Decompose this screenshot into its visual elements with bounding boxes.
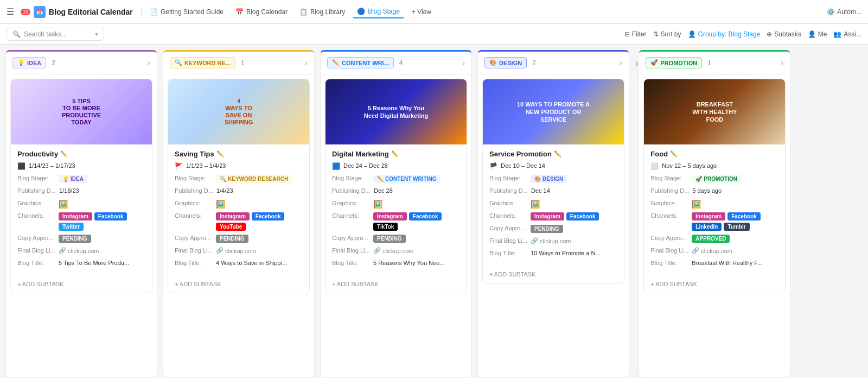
link-icon: 🔗 [216, 247, 224, 254]
col-chevron-icon[interactable]: › [148, 58, 150, 68]
channel-tag[interactable]: TikTok [373, 223, 398, 231]
channel-tag[interactable]: Instagram [692, 212, 725, 220]
edit-icon[interactable]: ✏️ [60, 150, 68, 158]
flag-icon: ⬛ [17, 162, 25, 170]
group-by-button[interactable]: 👤 Group by: Blog Stage [688, 30, 761, 38]
expand-chevron-icon[interactable]: › [635, 56, 639, 71]
card-stage-row: Blog Stage:🚀PROMOTION [650, 175, 778, 185]
channel-tag[interactable]: Twitter [59, 223, 84, 231]
filter-button[interactable]: ⊟ Filter [624, 30, 647, 38]
card-saving-tips[interactable]: 4 WAYS TO SAVE ON SHIPPINGSaving Tips✏️🚩… [168, 79, 310, 293]
card-productivity[interactable]: 5 TIPS TO BE MORE PRODUCTIVE TODAYProduc… [10, 79, 152, 293]
channel-tag[interactable]: Facebook [727, 212, 761, 220]
nav-blog-library[interactable]: 📋 Blog Library [295, 6, 349, 18]
card-date-row: 🚩1/1/23 – 1/4/23 [175, 162, 303, 172]
filter-icon: ⊟ [624, 30, 630, 38]
card-stage-row: Blog Stage:💡IDEA [17, 175, 145, 185]
channel-tag[interactable]: Instagram [59, 212, 92, 220]
card-stage-badge: ✏️CONTENT WRITING [373, 175, 440, 183]
copy-status-tag[interactable]: PENDING [531, 225, 563, 233]
card-publishing-value: Dec 14 [531, 187, 617, 194]
card-digital-marketing[interactable]: 5 Reasons Why You Need Digital Marketing… [325, 79, 467, 293]
card-date: 1/1/23 – 1/4/23 [186, 162, 303, 169]
app-title: Blog Editorial Calendar [49, 8, 133, 16]
automate-button[interactable]: ⚙️ Autom... [827, 8, 861, 16]
col-chevron-icon[interactable]: › [781, 58, 783, 68]
hamburger-icon[interactable]: ☰ [7, 7, 14, 17]
add-subtask-button[interactable]: + ADD SUBTASK [644, 278, 785, 293]
card-service-promotion[interactable]: 10 WAYS TO PROMOTE A NEW PRODUCT OR SERV… [482, 79, 624, 284]
group-icon: 👤 [688, 30, 696, 38]
edit-icon[interactable]: ✏️ [391, 150, 399, 158]
channel-tag[interactable]: YouTube [216, 223, 246, 231]
copy-status-tag[interactable]: PENDING [216, 235, 248, 243]
channel-tag[interactable]: Tumblr [724, 223, 749, 231]
stage-emoji-icon: 💡 [17, 59, 25, 66]
channel-tag[interactable]: Facebook [252, 212, 285, 220]
col-chevron-icon[interactable]: › [462, 58, 465, 68]
copy-status-tag[interactable]: PENDING [373, 235, 406, 243]
column-header-promotion: 🚀 PROMOTION1› [639, 52, 790, 74]
col-chevron-icon[interactable]: › [620, 58, 622, 68]
me-button[interactable]: 👤 Me [808, 30, 827, 38]
card-graphics-row: Graphics:🖼️ [332, 200, 460, 210]
final-link[interactable]: 🔗clickup.com [373, 247, 413, 254]
nav-blog-stage[interactable]: 🔵 Blog Stage [353, 5, 404, 18]
channel-tag[interactable]: Facebook [94, 212, 127, 220]
add-subtask-button[interactable]: + ADD SUBTASK [11, 278, 152, 293]
stage-badge-content: ✏️ CONTENT WRI... [327, 57, 394, 68]
copy-status-tag[interactable]: PENDING [59, 235, 91, 243]
edit-icon[interactable]: ✏️ [670, 150, 678, 158]
channel-tag[interactable]: Facebook [409, 212, 442, 220]
calendar-icon: 📅 [235, 8, 244, 16]
stage-badge-promotion: 🚀 PROMOTION [646, 57, 702, 68]
channel-tag[interactable]: Instagram [373, 212, 407, 220]
card-blog-title-row: Blog Title:4 Ways to Save in Shippi... [175, 260, 303, 269]
nav-add-view[interactable]: + View [407, 6, 436, 18]
card-publishing-row: Publishing D...5 days ago [650, 187, 778, 197]
col-count: 4 [399, 59, 403, 67]
stage-badge-idea: 💡 IDEA [12, 57, 46, 68]
copy-status-tag[interactable]: APPROVED [692, 235, 730, 243]
channel-tag[interactable]: Facebook [566, 212, 599, 220]
col-count: 1 [241, 59, 245, 67]
card-title: Food✏️ [650, 150, 778, 158]
subtasks-button[interactable]: ⊕ Subtasks [767, 30, 801, 38]
column-header-keyword: 🔍 KEYWORD RE...1› [163, 52, 314, 74]
card-blog-title-value: 5 Tips To Be More Produ... [59, 260, 145, 266]
card-thumbnail: BREAKFAST WITH HEALTHY FOOD [644, 79, 785, 144]
add-subtask-button[interactable]: + ADD SUBTASK [483, 268, 624, 283]
final-link[interactable]: 🔗clickup.com [216, 247, 256, 254]
doc-icon: 📄 [150, 8, 158, 16]
board: 💡 IDEA2›5 TIPS TO BE MORE PRODUCTIVE TOD… [0, 45, 868, 378]
sort-button[interactable]: ⇅ Sort by [653, 30, 681, 38]
link-icon: 🔗 [692, 247, 699, 254]
col-chevron-icon[interactable]: › [305, 58, 308, 68]
card-title: Productivity✏️ [17, 150, 145, 158]
card-title: Service Promotion✏️ [489, 150, 617, 158]
nav-getting-started[interactable]: 📄 Getting Started Guide [145, 6, 228, 18]
channel-tag[interactable]: Instagram [531, 212, 564, 220]
edit-icon[interactable]: ✏️ [554, 150, 561, 158]
channel-tag[interactable]: Instagram [216, 212, 250, 220]
edit-icon[interactable]: ✏️ [216, 150, 224, 158]
add-subtask-button[interactable]: + ADD SUBTASK [168, 278, 309, 293]
final-link[interactable]: 🔗clickup.com [59, 247, 99, 254]
nav-blog-calendar[interactable]: 📅 Blog Calendar [231, 6, 292, 18]
card-food[interactable]: BREAKFAST WITH HEALTHY FOODFood✏️⬜Nov 12… [643, 79, 786, 293]
card-thumbnail: 4 WAYS TO SAVE ON SHIPPING [168, 79, 309, 144]
graphics-icon: 🖼️ [216, 200, 225, 209]
card-date-row: ⬜Nov 12 – 5 days ago [650, 162, 778, 172]
card-publishing-value: 1/4/23 [216, 187, 303, 194]
final-link[interactable]: 🔗clickup.com [692, 247, 732, 254]
card-graphics-row: Graphics:🖼️ [175, 200, 303, 210]
card-date-row: ⬛1/14/23 – 1/17/23 [17, 162, 145, 172]
card-publishing-row: Publishing D...1/4/23 [175, 187, 303, 197]
final-link[interactable]: 🔗clickup.com [531, 237, 571, 244]
assign-button[interactable]: 👥 Assi... [833, 30, 861, 38]
stage-emoji-icon: 🎨 [489, 59, 497, 66]
search-box[interactable]: 🔍 Search tasks... ▾ [7, 28, 104, 41]
channel-tag[interactable]: LinkedIn [692, 223, 722, 231]
add-subtask-button[interactable]: + ADD SUBTASK [326, 278, 467, 293]
column-expand-4[interactable]: › [635, 50, 639, 378]
